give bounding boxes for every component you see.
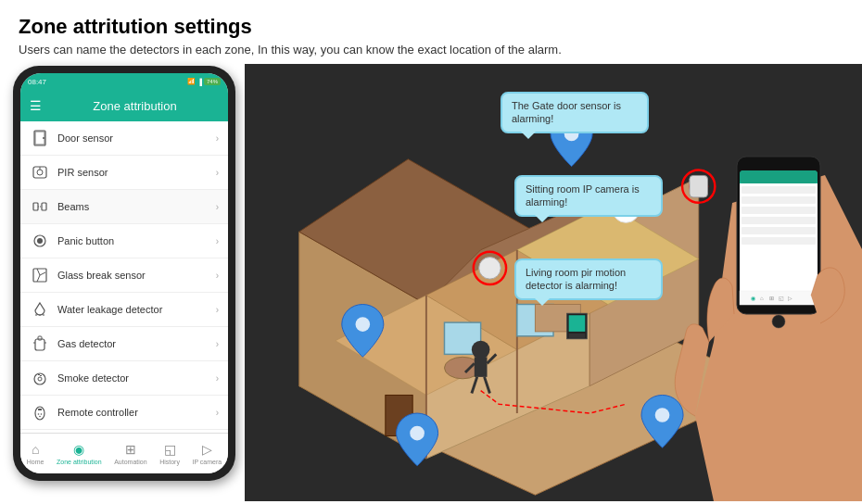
menu-label-remote-controller: Remote controller <box>57 407 216 418</box>
nav-item-ipcamera[interactable]: ▷ IP camera <box>192 442 222 465</box>
door-sensor-icon <box>30 128 50 148</box>
arrow-icon: › <box>216 408 219 418</box>
status-icons: 📶 ▐ 74% <box>187 78 221 85</box>
menu-item-glass-break[interactable]: Glass break sensor › <box>20 258 228 293</box>
svg-rect-79 <box>740 170 818 183</box>
svg-text:⌂: ⌂ <box>760 296 764 301</box>
app-title: Zone attribution <box>51 99 219 113</box>
svg-rect-82 <box>742 196 816 204</box>
nav-label-home: Home <box>27 459 44 465</box>
menu-item-pir-sensor[interactable]: PIR sensor › <box>20 156 228 190</box>
alarm-bubble-1-text: The Gate door sensor is alarming! <box>512 100 621 124</box>
menu-label-pir-sensor: PIR sensor <box>57 167 216 178</box>
menu-item-remote-controller[interactable]: Remote controller › <box>20 396 228 430</box>
nav-label-automation: Automation <box>114 459 146 465</box>
nav-label-history: History <box>159 459 180 465</box>
svg-rect-53 <box>569 334 586 338</box>
svg-rect-6 <box>33 203 38 210</box>
alarm-bubble-3-text: Living room pir motion detector is alarm… <box>526 267 626 291</box>
menu-label-gas-detector: Gas detector <box>57 338 216 349</box>
battery-indicator: 74% <box>204 78 221 85</box>
arrow-icon: › <box>216 236 219 246</box>
nav-item-zone[interactable]: ◉ Zone attribution <box>57 442 102 465</box>
svg-point-28 <box>39 416 41 418</box>
nav-item-automation[interactable]: ⊞ Automation <box>114 442 146 465</box>
nav-label-ipcamera: IP camera <box>192 459 222 465</box>
nav-item-history[interactable]: ◱ History <box>159 442 180 465</box>
arrow-icon: › <box>216 305 219 315</box>
svg-text:⊞: ⊞ <box>769 296 774 301</box>
page-header: Zone attritution settings Users can name… <box>0 0 862 64</box>
zone-nav-icon: ◉ <box>73 442 84 457</box>
nav-item-home[interactable]: ⌂ Home <box>27 442 44 465</box>
menu-item-gas-detector[interactable]: Gas detector › <box>20 327 228 361</box>
menu-icon[interactable]: ☰ <box>30 98 42 113</box>
svg-rect-85 <box>742 227 816 234</box>
menu-item-beams[interactable]: Beams › <box>20 190 228 224</box>
svg-point-23 <box>38 377 42 381</box>
svg-rect-68 <box>475 357 488 377</box>
svg-point-10 <box>37 238 43 244</box>
remote-controller-icon <box>30 402 50 422</box>
menu-list: Door sensor › PIR sensor › <box>20 121 228 433</box>
svg-rect-25 <box>38 409 42 410</box>
svg-point-2 <box>43 137 44 139</box>
arrow-icon: › <box>216 271 219 281</box>
menu-label-glass-break: Glass break sensor <box>57 270 216 281</box>
status-bar: 08:47 📶 ▐ 74% <box>20 73 228 90</box>
svg-rect-81 <box>742 186 816 194</box>
phone-mockup: 08:47 📶 ▐ 74% ☰ Zone attribution <box>13 66 245 492</box>
svg-text:◱: ◱ <box>779 296 784 301</box>
menu-label-smoke-detector: Smoke detector <box>57 372 216 384</box>
menu-label-door-sensor: Door sensor <box>57 132 216 144</box>
automation-nav-icon: ⊞ <box>125 442 136 457</box>
water-leakage-icon <box>30 299 50 320</box>
svg-rect-84 <box>742 217 816 224</box>
nav-label-zone: Zone attribution <box>57 459 102 465</box>
ipcamera-nav-icon: ▷ <box>202 442 212 457</box>
arrow-icon: › <box>216 373 219 384</box>
alarm-bubble-2-text: Sitting room IP camera is alarming! <box>526 183 640 208</box>
svg-point-93 <box>772 315 785 328</box>
page-title: Zone attritution settings <box>19 15 843 39</box>
menu-label-panic-button: Panic button <box>57 235 216 246</box>
bottom-nav: ⌂ Home ◉ Zone attribution ⊞ Automation ◱… <box>20 433 228 473</box>
svg-rect-18 <box>35 339 44 350</box>
menu-item-water-leakage[interactable]: Water leakage detector › <box>20 293 228 327</box>
alarm-bubble-2: Sitting room IP camera is alarming! <box>514 175 663 217</box>
svg-line-14 <box>40 272 45 275</box>
arrow-icon: › <box>216 202 219 212</box>
menu-item-door-sensor[interactable]: Door sensor › <box>20 121 228 156</box>
svg-point-27 <box>41 413 43 415</box>
svg-line-12 <box>37 269 40 275</box>
svg-point-67 <box>472 341 490 359</box>
hand-with-phone: ◉ ⌂ ⊞ ◱ ▷ <box>658 64 862 501</box>
main-content: 08:47 📶 ▐ 74% ☰ Zone attribution <box>0 64 862 501</box>
signal-icon: ▐ <box>197 79 202 85</box>
svg-point-66 <box>479 258 501 280</box>
menu-item-smoke-detector[interactable]: Smoke detector › <box>20 361 228 396</box>
svg-line-13 <box>37 275 40 282</box>
svg-rect-52 <box>569 315 586 332</box>
svg-rect-86 <box>742 237 816 245</box>
history-nav-icon: ◱ <box>164 442 176 457</box>
arrow-icon: › <box>216 168 219 178</box>
svg-rect-83 <box>742 207 816 214</box>
panic-button-icon <box>30 231 50 251</box>
page-subtitle: Users can name the detectors in each zon… <box>19 43 843 57</box>
alarm-bubble-1: The Gate door sensor is alarming! <box>501 92 649 133</box>
right-area: The Gate door sensor is alarming! Sittin… <box>245 64 862 501</box>
phone-outer: 08:47 📶 ▐ 74% ☰ Zone attribution <box>13 66 235 481</box>
arrow-icon: › <box>216 339 219 349</box>
pir-sensor-icon <box>30 162 50 183</box>
gas-detector-icon <box>30 334 50 354</box>
hand-svg: ◉ ⌂ ⊞ ◱ ▷ <box>658 64 862 501</box>
svg-point-4 <box>37 170 43 175</box>
menu-item-panic-button[interactable]: Panic button › <box>20 224 228 258</box>
svg-point-59 <box>410 426 425 441</box>
home-nav-icon: ⌂ <box>32 442 39 457</box>
phone-inner: 08:47 📶 ▐ 74% ☰ Zone attribution <box>20 73 228 473</box>
menu-label-water-leakage: Water leakage detector <box>57 304 216 315</box>
smoke-detector-icon <box>30 368 50 388</box>
svg-text:◉: ◉ <box>751 296 755 301</box>
